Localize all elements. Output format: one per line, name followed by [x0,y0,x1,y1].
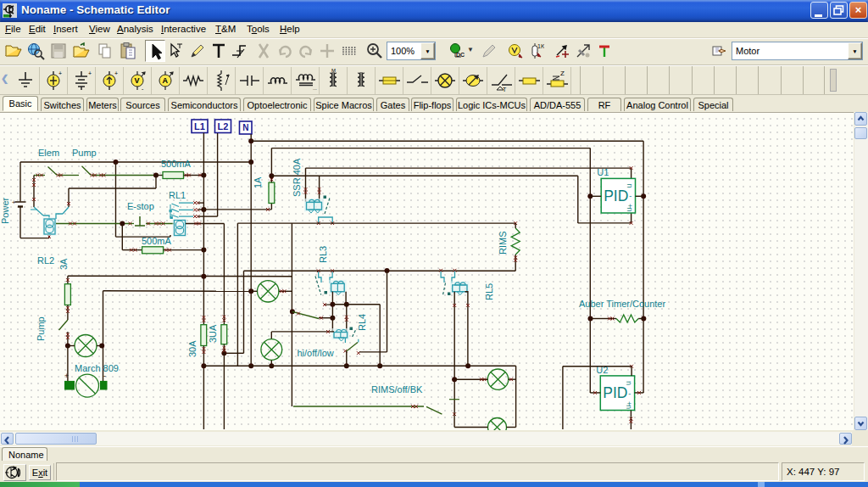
svg-text:E-stop: E-stop [127,201,154,211]
svg-text:1K: 1K [537,43,544,49]
svg-text:RIMS: RIMS [498,232,508,255]
svg-text:L1: L1 [194,121,205,132]
svg-text:+: + [64,372,69,380]
svg-text:Elem: Elem [38,148,59,158]
svg-text:U1: U1 [597,167,609,177]
svg-text:RL3: RL3 [318,246,328,263]
svg-text:RL2: RL2 [37,255,54,266]
svg-text:3A: 3A [58,258,69,270]
svg-text:N: N [242,123,248,132]
svg-text:SSR 40A: SSR 40A [292,158,302,197]
svg-text:500mA: 500mA [142,236,172,246]
svg-text:L2: L2 [218,121,229,132]
svg-text:u: u [625,183,633,188]
svg-text:u: u [624,405,632,409]
svg-text:M: M [331,68,336,73]
svg-text:RL4: RL4 [357,314,367,331]
svg-text:Power: Power [0,197,10,224]
svg-text:T: T [503,87,507,92]
svg-text:3UA: 3UA [208,324,218,343]
svg-text:500mA: 500mA [161,159,192,169]
svg-text:+: + [114,70,118,76]
svg-text:PID: PID [604,188,628,204]
svg-text:RIMS/off/BK: RIMS/off/BK [371,384,423,395]
svg-text:...: ... [313,86,317,91]
svg-text:u: u [624,381,632,385]
svg-text:+: + [88,70,92,76]
svg-text:Z: Z [560,70,565,77]
svg-text:A: A [163,76,169,85]
svg-text:Pump: Pump [36,316,46,341]
svg-text:Pump: Pump [72,148,97,158]
svg-text:-: - [142,86,144,92]
svg-text:+: + [58,70,62,76]
svg-text:RL1: RL1 [169,190,186,200]
svg-text:-: - [628,389,631,398]
svg-text:RL5: RL5 [484,283,494,300]
svg-text:PID: PID [603,384,627,401]
svg-text:-: - [629,192,632,200]
svg-text:1A: 1A [253,176,263,188]
svg-text:V: V [135,76,140,85]
svg-text:DC: DC [456,52,465,58]
svg-text:Auber Timer/Counter: Auber Timer/Counter [579,299,665,309]
svg-text:30A: 30A [187,340,198,357]
svg-text:hi/off/low: hi/off/low [298,348,334,358]
svg-text:-: - [103,372,106,380]
svg-text:u: u [625,207,633,211]
svg-text:March 809: March 809 [75,363,119,373]
svg-text:+: + [12,199,16,206]
